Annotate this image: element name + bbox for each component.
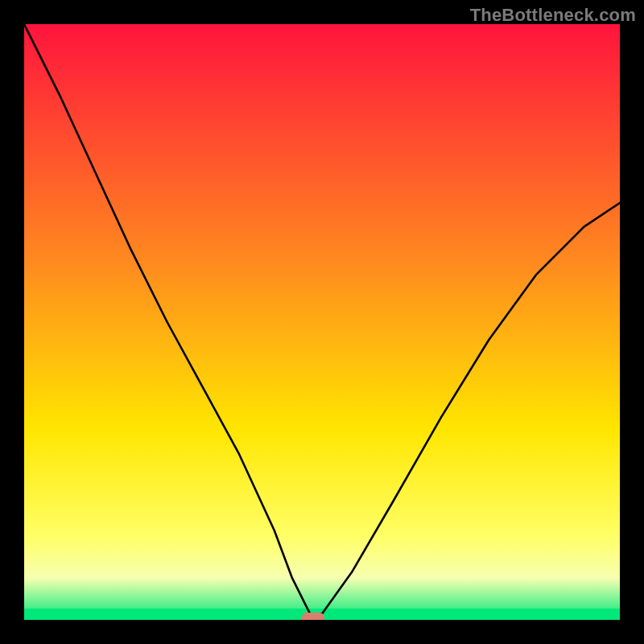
gradient-background bbox=[24, 24, 620, 620]
min-marker bbox=[302, 613, 324, 620]
watermark-label: TheBottleneck.com bbox=[470, 5, 636, 26]
plot-area bbox=[24, 24, 620, 620]
chart-svg bbox=[24, 24, 620, 620]
chart-frame: TheBottleneck.com bbox=[0, 0, 644, 644]
